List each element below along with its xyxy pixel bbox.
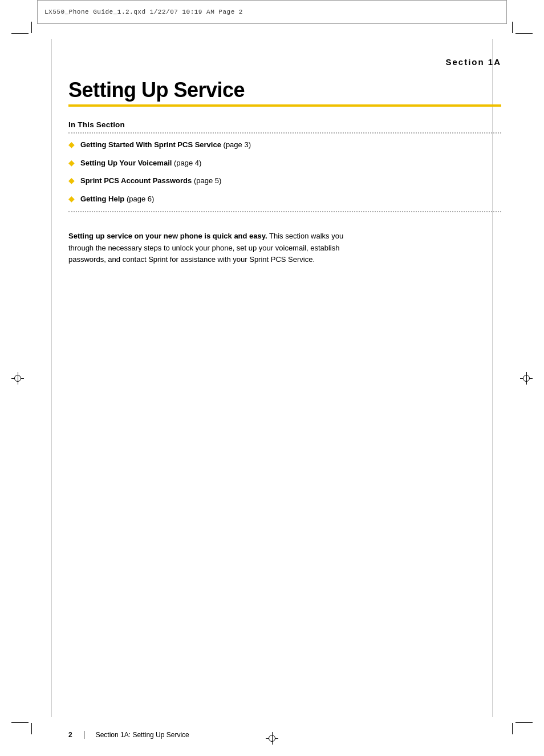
header-bar: LX550_Phone Guide_1.2.qxd 1/22/07 10:19 …: [37, 0, 507, 24]
item-3-page: (page 5): [192, 176, 221, 185]
diamond-icon-1: ◆: [68, 139, 75, 151]
footer-separator: [84, 731, 84, 739]
item-1-bold: Getting Started With Sprint PCS Service: [80, 140, 221, 149]
crop-mark-bl-v: [31, 723, 32, 734]
crop-mark-tl-h: [11, 33, 29, 34]
page-content: Section 1A Setting Up Service In This Se…: [68, 40, 507, 710]
description-paragraph: Setting up service on your new phone is …: [68, 231, 365, 265]
item-4-text: Getting Help (page 6): [80, 194, 154, 204]
footer-section-text: Section 1A: Setting Up Service: [96, 731, 189, 739]
crop-mark-tr-h: [515, 33, 533, 34]
side-line-left: [51, 39, 52, 717]
crop-mark-tl-v: [31, 22, 32, 33]
description-bold: Setting up service on your new phone is …: [68, 232, 267, 240]
page-title: Setting Up Service: [68, 78, 507, 102]
title-underline: [68, 104, 501, 107]
diamond-icon-2: ◆: [68, 157, 75, 169]
section-label: Section 1A: [68, 57, 507, 67]
item-1-page: (page 3): [221, 140, 251, 149]
list-item: ◆ Getting Help (page 6): [68, 193, 501, 205]
list-item: ◆ Getting Started With Sprint PCS Servic…: [68, 139, 501, 151]
right-center-crosshair: [520, 372, 533, 385]
crop-mark-br-v: [512, 723, 513, 734]
footer: 2 Section 1A: Setting Up Service: [68, 731, 507, 739]
item-3-text: Sprint PCS Account Passwords (page 5): [80, 176, 221, 186]
crop-mark-bl-h: [11, 722, 29, 723]
left-center-crosshair: [11, 372, 24, 385]
list-item: ◆ Sprint PCS Account Passwords (page 5): [68, 175, 501, 187]
item-4-page: (page 6): [124, 195, 154, 203]
diamond-icon-4: ◆: [68, 193, 75, 205]
in-this-section-title: In This Section: [68, 120, 501, 129]
dotted-line-top: [68, 132, 501, 134]
item-1-text: Getting Started With Sprint PCS Service …: [80, 140, 251, 150]
in-this-section-box: In This Section ◆ Getting Started With S…: [68, 120, 501, 231]
header-text: LX550_Phone Guide_1.2.qxd 1/22/07 10:19 …: [44, 9, 243, 15]
diamond-icon-3: ◆: [68, 175, 75, 187]
item-2-bold: Setting Up Your Voicemail: [80, 159, 172, 167]
item-2-page: (page 4): [172, 159, 201, 167]
crop-mark-br-h: [515, 722, 533, 723]
item-3-bold: Sprint PCS Account Passwords: [80, 176, 192, 185]
crop-mark-tr-v: [512, 22, 513, 33]
dotted-line-bottom: [68, 211, 501, 212]
item-4-bold: Getting Help: [80, 195, 124, 203]
list-item: ◆ Setting Up Your Voicemail (page 4): [68, 157, 501, 169]
footer-page-number: 2: [68, 731, 72, 739]
item-2-text: Setting Up Your Voicemail (page 4): [80, 158, 201, 168]
